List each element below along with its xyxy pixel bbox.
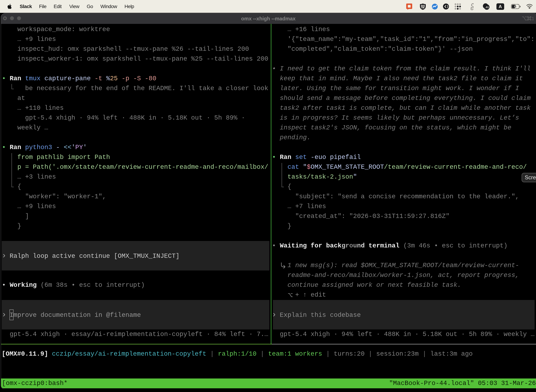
- svg-text:..61: ..61: [485, 6, 489, 9]
- svg-text:1: 1: [531, 16, 534, 21]
